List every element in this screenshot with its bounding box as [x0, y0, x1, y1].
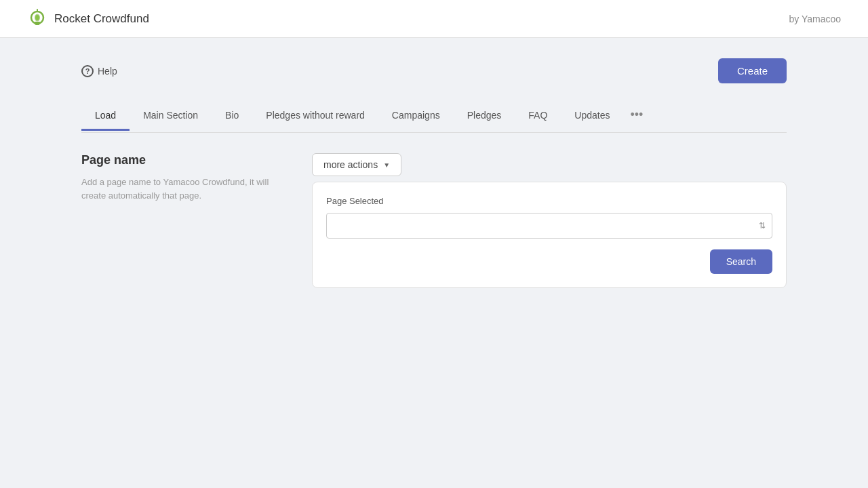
- help-link[interactable]: ? Help: [81, 65, 117, 77]
- chevron-down-icon: ▼: [383, 161, 390, 169]
- top-bar: ? Help Create: [81, 58, 787, 83]
- tab-campaigns[interactable]: Campaigns: [378, 102, 454, 131]
- more-actions-button[interactable]: more actions ▼: [312, 153, 401, 176]
- main-content: ? Help Create Load Main Section Bio Pled…: [0, 38, 868, 308]
- tab-pledges[interactable]: Pledges: [454, 102, 515, 131]
- more-actions-label: more actions: [323, 159, 378, 170]
- logo-icon: [27, 9, 47, 29]
- tab-more[interactable]: •••: [623, 100, 650, 132]
- header-left: Rocket Crowdfund: [27, 9, 149, 29]
- app-header: Rocket Crowdfund by Yamacoo: [0, 0, 868, 38]
- page-select[interactable]: [326, 213, 772, 239]
- tab-load[interactable]: Load: [81, 102, 130, 131]
- page-body: Page name Add a page name to Yamacoo Cro…: [81, 153, 787, 288]
- help-label: Help: [98, 66, 117, 77]
- page-select-wrapper: ⇅: [326, 213, 772, 239]
- page-selected-label: Page Selected: [326, 196, 772, 206]
- search-row: Search: [326, 249, 772, 274]
- tab-bio[interactable]: Bio: [212, 102, 252, 131]
- search-button[interactable]: Search: [710, 249, 772, 274]
- page-name-description: Add a page name to Yamacoo Crowdfund, it…: [81, 176, 285, 202]
- tab-main-section[interactable]: Main Section: [130, 102, 212, 131]
- help-icon: ?: [81, 65, 94, 77]
- create-button[interactable]: Create: [718, 58, 787, 83]
- dropdown-panel: Page Selected ⇅ Search: [312, 182, 787, 288]
- by-label: by Yamacoo: [789, 14, 841, 24]
- tab-faq[interactable]: FAQ: [515, 102, 561, 131]
- right-panel: more actions ▼ Page Selected ⇅ Search: [312, 153, 787, 288]
- app-title: Rocket Crowdfund: [54, 12, 149, 26]
- page-name-section: Page name Add a page name to Yamacoo Cro…: [81, 153, 285, 202]
- tab-pledges-without-reward[interactable]: Pledges without reward: [252, 102, 378, 131]
- tabs-nav: Load Main Section Bio Pledges without re…: [81, 100, 787, 133]
- tab-updates[interactable]: Updates: [561, 102, 623, 131]
- page-name-title: Page name: [81, 153, 285, 167]
- svg-point-4: [35, 15, 39, 20]
